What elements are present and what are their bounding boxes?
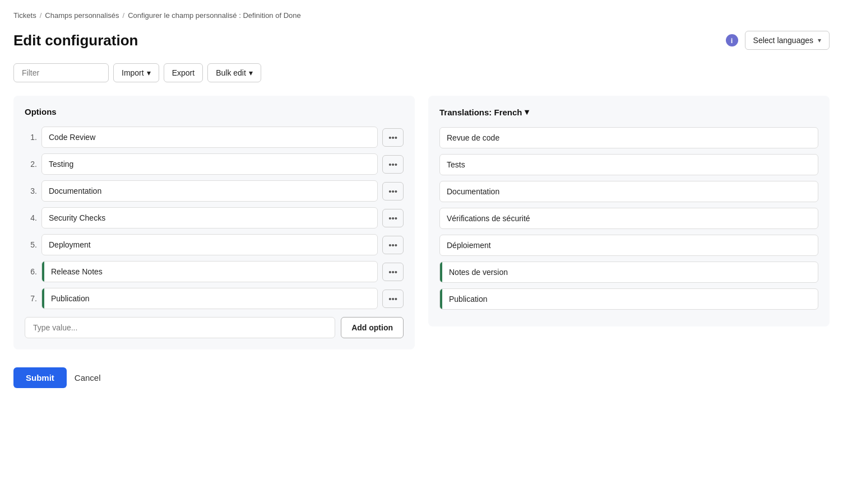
option-more-button[interactable]: ••• bbox=[382, 155, 404, 174]
filter-input[interactable] bbox=[13, 63, 109, 82]
translations-language-button[interactable]: Translations: French ▾ bbox=[439, 107, 529, 117]
select-languages-button[interactable]: Select languages ▾ bbox=[745, 31, 830, 50]
option-input-wrap bbox=[41, 153, 378, 175]
option-number: 4. bbox=[25, 213, 37, 222]
option-number: 7. bbox=[25, 294, 37, 303]
info-icon: i bbox=[726, 34, 738, 46]
submit-button[interactable]: Submit bbox=[13, 367, 67, 388]
option-row: 7.••• bbox=[25, 288, 404, 309]
translation-input-wrap bbox=[439, 288, 818, 310]
option-input[interactable] bbox=[42, 235, 377, 255]
translations-panel-header: Translations: French ▾ bbox=[439, 107, 818, 117]
bulk-edit-chevron-icon: ▾ bbox=[249, 68, 253, 77]
import-chevron-icon: ▾ bbox=[147, 68, 151, 77]
options-panel: Options 1.•••2.•••3.•••4.•••5.•••6.•••7.… bbox=[13, 96, 415, 349]
option-input-wrap bbox=[41, 234, 378, 255]
type-value-input[interactable] bbox=[25, 317, 335, 338]
translation-input[interactable] bbox=[440, 128, 818, 148]
option-input-wrap bbox=[41, 207, 378, 228]
translation-input-wrap bbox=[439, 208, 818, 229]
export-button[interactable]: Export bbox=[164, 63, 203, 82]
breadcrumb-sep-2: / bbox=[123, 11, 125, 20]
option-input[interactable] bbox=[42, 127, 377, 147]
translations-panel: Translations: French ▾ bbox=[428, 96, 830, 326]
option-row: 2.••• bbox=[25, 153, 404, 175]
import-button[interactable]: Import ▾ bbox=[113, 63, 159, 82]
translation-input[interactable] bbox=[442, 262, 818, 282]
option-input-wrap bbox=[41, 288, 378, 309]
option-input-wrap bbox=[41, 261, 378, 282]
export-label: Export bbox=[172, 68, 194, 77]
translation-input-wrap bbox=[439, 262, 818, 283]
header-row: Edit configuration i Select languages ▾ bbox=[13, 31, 830, 50]
option-number: 1. bbox=[25, 133, 37, 142]
main-columns: Options 1.•••2.•••3.•••4.•••5.•••6.•••7.… bbox=[13, 96, 830, 349]
option-input[interactable] bbox=[42, 181, 377, 201]
translation-input-wrap bbox=[439, 154, 818, 175]
page: Tickets / Champs personnalisés / Configu… bbox=[0, 0, 843, 504]
option-input[interactable] bbox=[44, 262, 377, 282]
option-number: 3. bbox=[25, 186, 37, 195]
breadcrumb-current: Configurer le champ personnalisé : Defin… bbox=[128, 11, 301, 20]
import-label: Import bbox=[122, 68, 144, 77]
add-option-row: Add option bbox=[25, 317, 404, 338]
option-number: 6. bbox=[25, 267, 37, 276]
breadcrumb-champs[interactable]: Champs personnalisés bbox=[45, 11, 119, 20]
page-title: Edit configuration bbox=[13, 32, 138, 49]
cancel-button[interactable]: Cancel bbox=[75, 373, 101, 382]
translations-chevron-icon: ▾ bbox=[525, 107, 529, 117]
option-number: 2. bbox=[25, 160, 37, 169]
translations-language-label: Translations: French bbox=[439, 108, 522, 117]
chevron-down-icon: ▾ bbox=[818, 36, 821, 44]
option-more-button[interactable]: ••• bbox=[382, 128, 404, 147]
translation-input-wrap bbox=[439, 181, 818, 202]
options-panel-header: Options bbox=[25, 107, 404, 116]
select-languages-label: Select languages bbox=[753, 36, 813, 45]
option-input[interactable] bbox=[44, 288, 377, 309]
option-more-button[interactable]: ••• bbox=[382, 263, 404, 281]
option-row: 5.••• bbox=[25, 234, 404, 255]
translation-input[interactable] bbox=[440, 235, 818, 255]
option-more-button[interactable]: ••• bbox=[382, 182, 404, 200]
option-input-wrap bbox=[41, 180, 378, 202]
translation-input[interactable] bbox=[440, 208, 818, 228]
translation-input-wrap bbox=[439, 127, 818, 148]
translation-input[interactable] bbox=[442, 289, 818, 309]
options-list: 1.•••2.•••3.•••4.•••5.•••6.•••7.••• bbox=[25, 127, 404, 309]
option-row: 3.••• bbox=[25, 180, 404, 202]
breadcrumb-tickets[interactable]: Tickets bbox=[13, 11, 36, 20]
option-more-button[interactable]: ••• bbox=[382, 236, 404, 254]
add-option-button[interactable]: Add option bbox=[341, 317, 404, 338]
translation-input-wrap bbox=[439, 235, 818, 256]
translations-list bbox=[439, 127, 818, 310]
option-input[interactable] bbox=[42, 208, 377, 228]
bulk-edit-label: Bulk edit bbox=[216, 68, 246, 77]
option-number: 5. bbox=[25, 240, 37, 249]
option-more-button[interactable]: ••• bbox=[382, 290, 404, 308]
option-row: 6.••• bbox=[25, 261, 404, 282]
bulk-edit-button[interactable]: Bulk edit ▾ bbox=[207, 63, 261, 82]
footer-actions: Submit Cancel bbox=[13, 367, 830, 388]
option-more-button[interactable]: ••• bbox=[382, 209, 404, 227]
breadcrumb: Tickets / Champs personnalisés / Configu… bbox=[13, 11, 830, 20]
translation-input[interactable] bbox=[440, 155, 818, 175]
option-input[interactable] bbox=[42, 154, 377, 174]
toolbar: Import ▾ Export Bulk edit ▾ bbox=[13, 63, 830, 82]
breadcrumb-sep-1: / bbox=[40, 11, 42, 20]
option-input-wrap bbox=[41, 127, 378, 148]
option-row: 4.••• bbox=[25, 207, 404, 228]
option-row: 1.••• bbox=[25, 127, 404, 148]
translation-input[interactable] bbox=[440, 181, 818, 202]
